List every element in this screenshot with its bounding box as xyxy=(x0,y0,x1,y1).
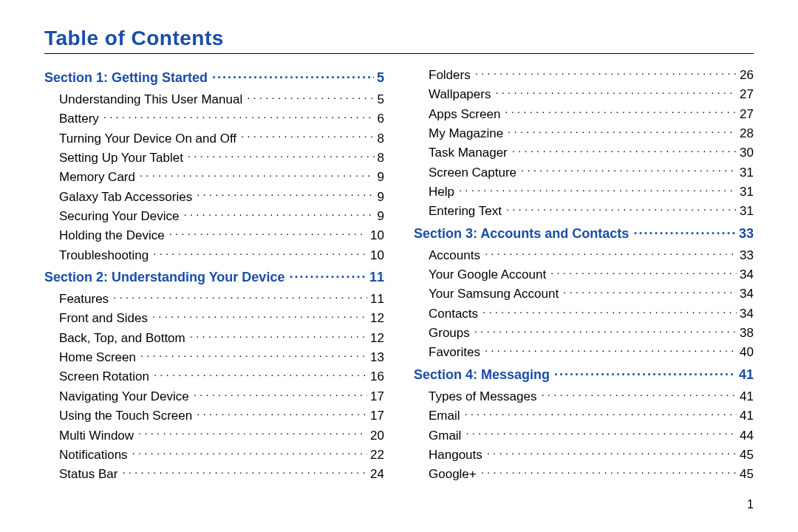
toc-label: Troubleshooting xyxy=(59,246,149,265)
toc-page-number: 38 xyxy=(740,324,754,343)
toc-entry[interactable]: Battery6 xyxy=(44,109,384,129)
toc-leader-dots xyxy=(289,268,366,282)
toc-entry[interactable]: Task Manager30 xyxy=(414,143,754,163)
toc-entry[interactable]: Features11 xyxy=(44,290,384,309)
toc-entry[interactable]: Groups38 xyxy=(414,324,754,343)
toc-page-number: 17 xyxy=(370,406,384,426)
toc-page-number: 31 xyxy=(740,163,754,183)
toc-leader-dots xyxy=(194,388,367,400)
toc-entry[interactable]: Troubleshooting10 xyxy=(44,246,384,265)
toc-page-number: 22 xyxy=(370,446,384,465)
toc-entry[interactable]: Entering Text31 xyxy=(414,202,754,221)
toc-leader-dots xyxy=(506,202,737,215)
toc-leader-dots xyxy=(482,305,737,318)
toc-entry[interactable]: Google+45 xyxy=(414,465,754,484)
toc-page-number: 16 xyxy=(370,367,384,386)
toc-entry[interactable]: Email41 xyxy=(414,406,754,426)
toc-label: Features xyxy=(59,290,109,309)
toc-leader-dots xyxy=(152,310,367,322)
page-number: 1 xyxy=(747,498,754,511)
toc-label: Turning Your Device On and Off xyxy=(59,129,236,149)
toc-page-number: 31 xyxy=(740,202,754,221)
toc-entry[interactable]: Galaxy Tab Accessories9 xyxy=(44,188,384,207)
toc-entry[interactable]: Holding the Device10 xyxy=(44,226,384,245)
toc-section-heading[interactable]: Section 1: Getting Started5 xyxy=(44,69,384,86)
toc-leader-dots xyxy=(184,208,375,220)
toc-label: Folders xyxy=(429,66,471,85)
toc-label: Help xyxy=(429,183,454,202)
toc-entry[interactable]: My Magazine28 xyxy=(414,124,754,143)
toc-leader-dots xyxy=(512,144,737,157)
toc-page-number: 34 xyxy=(740,304,754,324)
toc-entry[interactable]: Help31 xyxy=(414,183,754,202)
toc-label: Using the Touch Screen xyxy=(59,406,192,426)
toc-entry[interactable]: Gmail44 xyxy=(414,426,754,446)
toc-leader-dots xyxy=(495,86,737,98)
toc-leader-dots xyxy=(459,183,737,196)
toc-page-number: 9 xyxy=(378,188,384,207)
toc-label: Battery xyxy=(59,109,99,129)
toc-entry[interactable]: Turning Your Device On and Off8 xyxy=(44,129,384,149)
toc-page-number: 5 xyxy=(377,70,384,86)
toc-page-number: 44 xyxy=(740,426,754,446)
toc-entry[interactable]: Wallpapers27 xyxy=(414,85,754,104)
toc-label: Accounts xyxy=(429,246,480,265)
toc-entry[interactable]: Folders26 xyxy=(414,66,754,85)
toc-entry[interactable]: Types of Messages41 xyxy=(414,387,754,406)
toc-entry[interactable]: Understanding This User Manual5 xyxy=(44,90,384,109)
toc-page-number: 9 xyxy=(378,168,384,187)
toc-label: Hangouts xyxy=(429,446,482,465)
toc-entry[interactable]: Back, Top, and Bottom12 xyxy=(44,329,384,348)
toc-entry[interactable]: Navigating Your Device17 xyxy=(44,387,384,406)
toc-page-number: 5 xyxy=(378,90,384,109)
toc-entry[interactable]: Notifications22 xyxy=(44,446,384,465)
toc-entry[interactable]: Securing Your Device9 xyxy=(44,207,384,226)
toc-label: Types of Messages xyxy=(429,387,536,406)
toc-entry[interactable]: Multi Window20 xyxy=(44,426,384,446)
toc-leader-dots xyxy=(113,290,367,303)
toc-page-number: 33 xyxy=(739,226,754,242)
toc-entry[interactable]: Status Bar24 xyxy=(44,465,384,484)
toc-page-number: 34 xyxy=(740,265,754,284)
toc-entry[interactable]: Your Samsung Account34 xyxy=(414,284,754,304)
toc-entry[interactable]: Setting Up Your Tablet8 xyxy=(44,149,384,168)
toc-leader-dots xyxy=(169,227,367,239)
toc-leader-dots xyxy=(138,427,367,440)
toc-label: Holding the Device xyxy=(59,226,165,245)
toc-page-number: 8 xyxy=(378,129,384,149)
toc-label: Favorites xyxy=(429,343,480,362)
toc-entry[interactable]: Screen Rotation16 xyxy=(44,367,384,386)
toc-label: Front and Sides xyxy=(59,309,148,328)
toc-section-heading[interactable]: Section 3: Accounts and Contacts33 xyxy=(414,225,754,242)
toc-leader-dots xyxy=(154,368,367,381)
toc-entry[interactable]: Hangouts45 xyxy=(414,446,754,465)
toc-label: Section 4: Messaging xyxy=(414,367,550,383)
toc-leader-dots xyxy=(474,324,737,337)
toc-entry[interactable]: Using the Touch Screen17 xyxy=(44,406,384,426)
toc-entry[interactable]: Front and Sides12 xyxy=(44,309,384,328)
toc-entry[interactable]: Screen Capture31 xyxy=(414,163,754,183)
toc-label: Setting Up Your Tablet xyxy=(59,149,183,168)
toc-section-heading[interactable]: Section 2: Understanding Your Device11 xyxy=(44,268,384,285)
toc-entry[interactable]: Your Google Account34 xyxy=(414,265,754,284)
toc-page-number: 30 xyxy=(740,143,754,163)
toc-entry[interactable]: Home Screen13 xyxy=(44,348,384,367)
toc-leader-dots xyxy=(103,110,375,123)
toc-section-heading[interactable]: Section 4: Messaging41 xyxy=(414,366,754,383)
toc-leader-dots xyxy=(554,366,736,379)
toc-page-number: 27 xyxy=(740,105,754,124)
toc-entry[interactable]: Contacts34 xyxy=(414,304,754,324)
toc-label: Your Google Account xyxy=(429,265,546,284)
toc-entry[interactable]: Favorites40 xyxy=(414,343,754,362)
toc-page-number: 45 xyxy=(740,465,754,484)
toc-page-number: 33 xyxy=(740,246,754,265)
toc-label: Notifications xyxy=(59,446,128,465)
toc-leader-dots xyxy=(132,446,367,459)
toc-entry[interactable]: Accounts33 xyxy=(414,246,754,265)
toc-leader-dots xyxy=(465,407,737,420)
toc-entry[interactable]: Apps Screen27 xyxy=(414,105,754,124)
toc-entry[interactable]: Memory Card9 xyxy=(44,168,384,187)
toc-leader-dots xyxy=(485,247,737,259)
toc-label: Navigating Your Device xyxy=(59,387,189,406)
toc-leader-dots xyxy=(508,125,737,137)
